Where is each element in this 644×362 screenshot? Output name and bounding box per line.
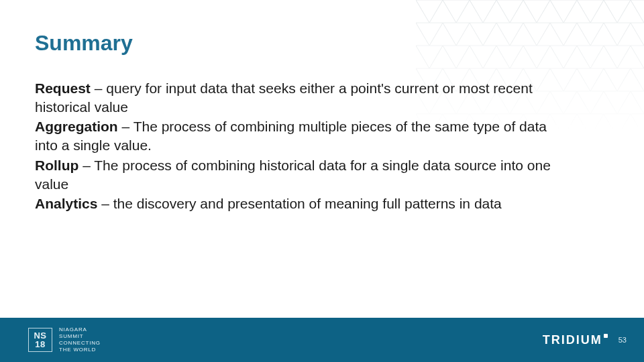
event-badge: NS 18 NIAGARA SUMMIT CONNECTING THE WORL… — [28, 326, 101, 353]
event-badge-box: NS 18 — [28, 328, 52, 352]
definition-aggregation: Aggregation – The process of combining m… — [35, 117, 558, 154]
badge-line2: SUMMIT — [59, 333, 101, 340]
def-analytics-text: – the discovery and presentation of mean… — [97, 196, 501, 211]
term-aggregation: Aggregation — [35, 119, 118, 134]
term-rollup: Rollup — [35, 158, 78, 173]
badge-line4: THE WORLD — [59, 347, 101, 353]
slide: Summary Request – query for input data t… — [0, 0, 644, 362]
page-number: 53 — [619, 336, 627, 344]
def-request-text: – query for input data that seeks either… — [35, 80, 533, 115]
definition-request: Request – query for input data that seek… — [35, 79, 558, 116]
badge-line3: CONNECTING — [59, 340, 101, 347]
footer-right: TRIDIUM 53 — [543, 333, 627, 347]
badge-year: 18 — [35, 340, 45, 349]
term-request: Request — [35, 80, 91, 96]
brand-logo: TRIDIUM — [543, 333, 608, 347]
slide-title: Summary — [35, 31, 133, 56]
brand-mark-icon — [604, 334, 608, 338]
definition-analytics: Analytics – the discovery and presentati… — [35, 194, 558, 213]
def-rollup-text: – The process of combining historical da… — [35, 158, 551, 192]
event-badge-text: NIAGARA SUMMIT CONNECTING THE WORLD — [59, 326, 101, 353]
brand-text: TRIDIUM — [543, 333, 602, 347]
slide-body: Request – query for input data that seek… — [35, 79, 558, 215]
badge-line1: NIAGARA — [59, 326, 101, 333]
definition-rollup: Rollup – The process of combining histor… — [35, 156, 558, 193]
term-analytics: Analytics — [35, 196, 97, 211]
slide-footer: NS 18 NIAGARA SUMMIT CONNECTING THE WORL… — [0, 318, 644, 362]
